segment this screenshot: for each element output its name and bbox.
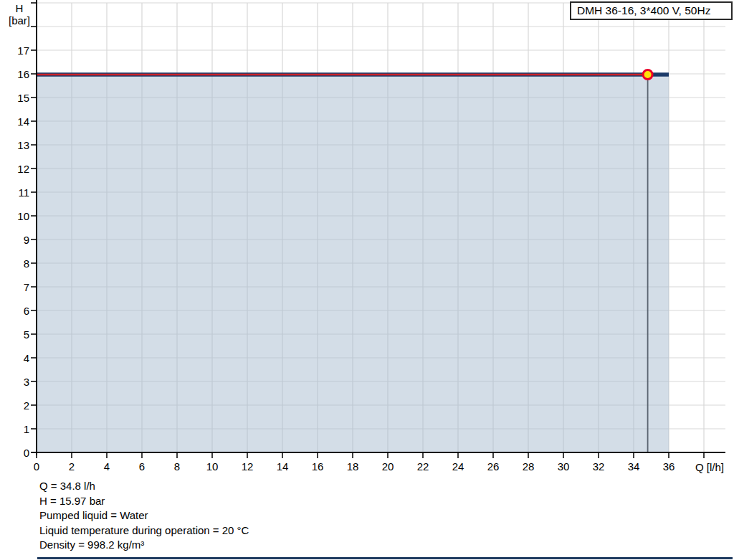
x-axis-tick-label: 18 <box>347 460 359 473</box>
y-axis-tick-label: 8 <box>24 257 29 270</box>
y-axis-title: H [bar] <box>0 2 39 27</box>
x-axis-tick-label: 30 <box>558 460 570 473</box>
x-axis-tick-label: 26 <box>487 460 500 473</box>
y-axis-tick-label: 11 <box>18 186 29 199</box>
y-axis-tick-label: 15 <box>17 92 29 104</box>
y-axis-tick-label: 12 <box>17 163 29 175</box>
y-axis-tick-label: 5 <box>24 328 29 341</box>
y-axis-tick-label: 9 <box>24 234 29 246</box>
y-axis-tick-label: 6 <box>24 305 29 317</box>
y-axis-tick-label: 14 <box>17 115 29 128</box>
result-head: H = 15.97 bar <box>39 494 249 509</box>
result-pumped-liquid: Pumped liquid = Water <box>39 508 249 523</box>
pump-curve-chart: 0246810121416182022242628303234360123456… <box>0 0 734 475</box>
y-axis-tick-label: 13 <box>17 139 29 151</box>
curve-area-fill <box>37 75 669 452</box>
result-density: Density = 998.2 kg/m³ <box>39 538 249 553</box>
y-axis-tick-label: 4 <box>24 352 29 364</box>
x-axis-tick-label: 14 <box>277 460 289 473</box>
x-axis-tick-label: 0 <box>34 460 39 473</box>
x-axis-tick-label: 16 <box>312 460 324 473</box>
x-axis-tick-label: 34 <box>628 460 640 473</box>
duty-point-marker[interactable] <box>643 70 652 79</box>
x-axis-tick-label: 6 <box>139 460 145 473</box>
x-axis-tick-label: 8 <box>174 460 180 473</box>
x-axis-tick-label: 36 <box>663 460 675 473</box>
x-axis-tick-label: 12 <box>242 460 254 473</box>
legend-label: DMH 36-16, 3*400 V, 50Hz <box>577 4 710 16</box>
x-axis-tick-label: 10 <box>206 460 219 473</box>
y-axis-title-symbol: H <box>0 2 39 14</box>
y-axis-tick-label: 0 <box>24 447 29 459</box>
footer-rule <box>37 557 733 559</box>
y-axis-title-unit: [bar] <box>0 14 39 27</box>
y-axis-tick-label: 7 <box>24 281 29 293</box>
x-axis-tick-label: 32 <box>593 460 605 473</box>
x-axis-tick-label: 2 <box>69 460 75 473</box>
result-liquid-temperature: Liquid temperature during operation = 20… <box>39 523 249 538</box>
y-axis-tick-label: 1 <box>24 423 29 435</box>
y-axis-tick-label: 3 <box>24 376 29 388</box>
x-axis-tick-label: 28 <box>523 460 535 473</box>
y-axis-tick-label: 17 <box>17 44 29 57</box>
result-flow: Q = 34.8 l/h <box>39 479 249 494</box>
x-axis-tick-label: 4 <box>104 460 110 473</box>
x-axis-tick-label: 20 <box>382 460 394 473</box>
pump-curve-page: 0246810121416182022242628303234360123456… <box>0 0 734 560</box>
duty-result-text: Q = 34.8 l/h H = 15.97 bar Pumped liquid… <box>39 479 249 553</box>
y-axis-tick-label: 16 <box>17 68 29 80</box>
y-axis-tick-label: 10 <box>17 210 29 222</box>
x-axis-tick-label: 22 <box>417 460 429 473</box>
x-axis-title: Q [l/h] <box>681 461 734 473</box>
y-axis-tick-label: 2 <box>24 399 29 412</box>
x-axis-tick-label: 24 <box>452 460 464 473</box>
legend-box: DMH 36-16, 3*400 V, 50Hz <box>570 1 733 20</box>
